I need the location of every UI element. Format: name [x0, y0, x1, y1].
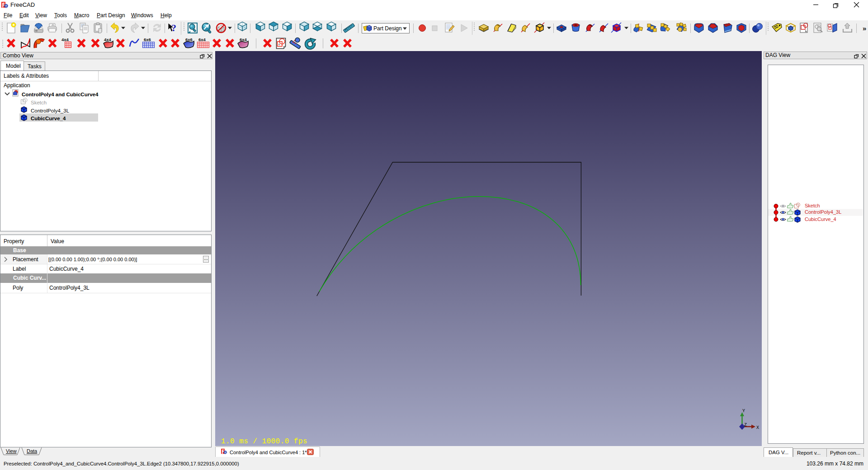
svg-text:Part Design: Part Design [373, 25, 402, 32]
svg-text:6x4: 6x4 [198, 37, 206, 42]
svg-text:X: X [756, 425, 759, 430]
svg-text:4x4: 4x4 [61, 37, 69, 42]
svg-text:?: ? [171, 22, 176, 33]
svg-text:6x4: 6x4 [240, 37, 247, 42]
svg-text:Z: Z [744, 423, 747, 428]
svg-text:4x4: 4x4 [104, 37, 112, 42]
svg-text:6x6: 6x6 [144, 37, 151, 42]
svg-text:6x6: 6x6 [185, 37, 193, 42]
svg-text:Y: Y [742, 409, 745, 414]
svg-text:1.0 ms / 1000.0 fps: 1.0 ms / 1000.0 fps [221, 437, 307, 446]
svg-text:»: » [863, 24, 866, 32]
